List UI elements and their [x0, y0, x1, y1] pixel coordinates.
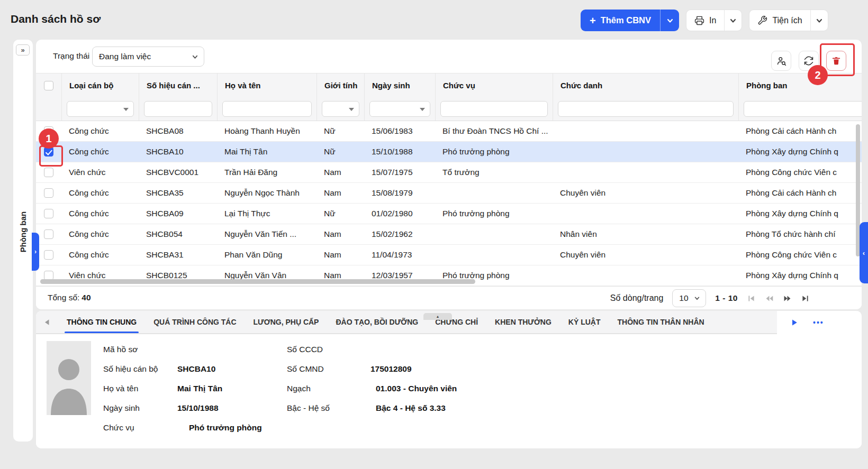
tab-more-button[interactable]: •••	[813, 318, 824, 327]
cell-code: SHCB054	[139, 224, 217, 244]
rows-per-page-select[interactable]: 10	[672, 289, 706, 307]
table-row[interactable]: Công chức SHCB054 Nguyễn Văn Tiến ... Na…	[36, 224, 862, 245]
filter-input-3[interactable]	[222, 101, 312, 117]
add-cbnv-label: Thêm CBNV	[601, 15, 651, 25]
filter-input-7[interactable]	[558, 101, 734, 117]
cell-department: Phòng Xây dựng Chính q	[738, 265, 862, 286]
filter-row	[36, 97, 862, 121]
field-label: Số CMND	[287, 364, 370, 374]
tab-list: THÔNG TIN CHUNGQUÁ TRÌNH CÔNG TÁCLƯƠNG, …	[58, 311, 713, 333]
detail-collapse-handle[interactable]: ▲	[423, 313, 452, 320]
cell-dob: 15/08/1979	[364, 183, 435, 203]
add-cbnv-button[interactable]: + Thêm CBNV	[581, 10, 661, 31]
column-header-1[interactable]: Loại cán bộ	[61, 73, 139, 97]
cell-type: Công chức	[61, 121, 139, 141]
tab-4[interactable]: ĐÀO TẠO, BỒI DƯỠNG	[327, 311, 427, 333]
first-page-button[interactable]	[747, 294, 756, 303]
row-checkbox[interactable]	[44, 188, 53, 198]
field-value: 01.003 - Chuyên viên	[370, 384, 457, 393]
avatar-placeholder	[47, 341, 91, 415]
row-checkbox[interactable]	[44, 229, 53, 239]
print-button[interactable]: In	[686, 10, 724, 31]
cell-code: SHCBA10	[139, 142, 217, 162]
right-panel-toggle-handle[interactable]: ‹	[860, 222, 868, 283]
table-header: Loại cán bộSố hiệu cán ...Họ và tênGiới …	[36, 73, 862, 97]
last-page-icon	[801, 294, 810, 303]
status-select[interactable]: Đang làm việc	[92, 47, 204, 67]
prev-page-button[interactable]	[765, 294, 774, 303]
cell-title	[553, 162, 738, 182]
cell-name: Mai Thị Tân	[217, 142, 317, 162]
rows-per-page-label: Số dòng/trang	[610, 293, 664, 303]
tab-1[interactable]: THÔNG TIN CHUNG	[58, 311, 145, 333]
select-all-checkbox[interactable]	[44, 81, 53, 90]
print-dropdown[interactable]	[724, 10, 742, 31]
tab-3[interactable]: LƯƠNG, PHỤ CẤP	[245, 311, 328, 333]
field-value: Bậc 4 - Hệ số 3.33	[370, 403, 446, 413]
cell-title: Nhân viên	[553, 224, 738, 244]
chevron-down-icon	[816, 17, 823, 24]
next-page-button[interactable]	[783, 294, 792, 303]
detail-fields-left: Mã hồ sơSố hiệu cán bộSHCBA10Họ và tênMa…	[103, 339, 286, 437]
total-value: 40	[82, 293, 91, 302]
tab-scroll-right[interactable]	[790, 318, 799, 327]
filter-select-1[interactable]	[67, 101, 134, 117]
tab-8[interactable]: THÔNG TIN THÂN NHÂN	[609, 311, 713, 333]
cell-gender: Nữ	[317, 121, 364, 141]
annotation-badge-1: 1	[39, 128, 59, 149]
add-cbnv-split-button: + Thêm CBNV	[581, 10, 679, 31]
add-cbnv-dropdown[interactable]	[661, 10, 679, 31]
filter-input-8[interactable]	[744, 101, 862, 117]
user-search-icon	[776, 56, 787, 67]
table-row[interactable]: Viên chức SHCBVC0001 Trần Hải Đăng Nam 1…	[36, 162, 862, 183]
column-header-8[interactable]: Phòng ban	[738, 73, 862, 97]
tab-6[interactable]: KHEN THƯỞNG	[486, 311, 560, 333]
column-header-2[interactable]: Số hiệu cán ...	[139, 73, 217, 97]
row-checkbox[interactable]	[44, 168, 53, 177]
sidebar-vertical-label: Phòng ban	[19, 208, 28, 256]
sidebar-expand-button[interactable]: »	[16, 44, 30, 56]
column-header-4[interactable]: Giới tính	[317, 73, 364, 97]
table-row[interactable]: Công chức SHCBA31 Phan Văn Dũng Nam 11/0…	[36, 245, 862, 265]
table-body: Công chức SHCBA08 Hoàng Thanh Huyền Nữ 1…	[36, 121, 862, 286]
cell-type: Công chức	[61, 204, 139, 224]
table-row[interactable]: Công chức SHCBA08 Hoàng Thanh Huyền Nữ 1…	[36, 121, 862, 142]
last-page-button[interactable]	[801, 294, 810, 303]
sidebar-toggle-handle[interactable]: ›	[32, 233, 39, 271]
cell-position	[435, 245, 553, 265]
top-actions: + Thêm CBNV In Tiện ích	[581, 10, 828, 31]
wrench-icon	[757, 15, 767, 25]
utilities-dropdown[interactable]	[810, 10, 828, 31]
table-row[interactable]: Công chức SHCBA35 Nguyễn Ngọc Thành Nam …	[36, 183, 862, 204]
tab-scroll-left[interactable]	[36, 311, 58, 333]
filter-input-6[interactable]	[440, 101, 548, 117]
print-label: In	[709, 16, 716, 25]
filter-input-2[interactable]	[144, 101, 212, 117]
filter-select-4[interactable]	[322, 101, 359, 117]
column-header-7[interactable]: Chức danh	[553, 73, 738, 97]
column-header-3[interactable]: Họ và tên	[217, 73, 317, 97]
triangle-right-icon	[790, 318, 799, 327]
horizontal-scrollbar[interactable]	[40, 279, 475, 284]
filter-select-5[interactable]	[369, 101, 430, 117]
table-row[interactable]: Công chức SHCBA10 Mai Thị Tân Nữ 15/10/1…	[36, 142, 862, 162]
tab-2[interactable]: QUÁ TRÌNH CÔNG TÁC	[145, 311, 245, 333]
column-header-5[interactable]: Ngày sinh	[364, 73, 435, 97]
utilities-button[interactable]: Tiện ích	[749, 10, 810, 31]
cell-gender: Nam	[317, 162, 364, 182]
cell-code: SHCBVC0001	[139, 162, 217, 182]
find-user-button[interactable]	[771, 51, 791, 71]
table-row[interactable]: Công chức SHCBA09 Lại Thị Thực Nữ 01/02/…	[36, 204, 862, 224]
cell-department: Phòng Xây dựng Chính q	[738, 204, 862, 224]
cell-position	[435, 224, 553, 244]
cell-position: Tổ trưởng	[435, 162, 553, 182]
field-value: Phó trưởng phòng	[177, 423, 262, 433]
field-label: Mã hồ sơ	[103, 345, 177, 354]
status-select-value: Đang làm việc	[99, 52, 151, 61]
tab-7[interactable]: KỶ LUẬT	[560, 311, 609, 333]
row-checkbox[interactable]	[44, 209, 53, 218]
column-header-6[interactable]: Chức vụ	[435, 73, 553, 97]
row-checkbox[interactable]	[44, 250, 53, 260]
cell-dob: 15/10/1988	[364, 142, 435, 162]
field-label: Số CCCD	[287, 345, 370, 354]
